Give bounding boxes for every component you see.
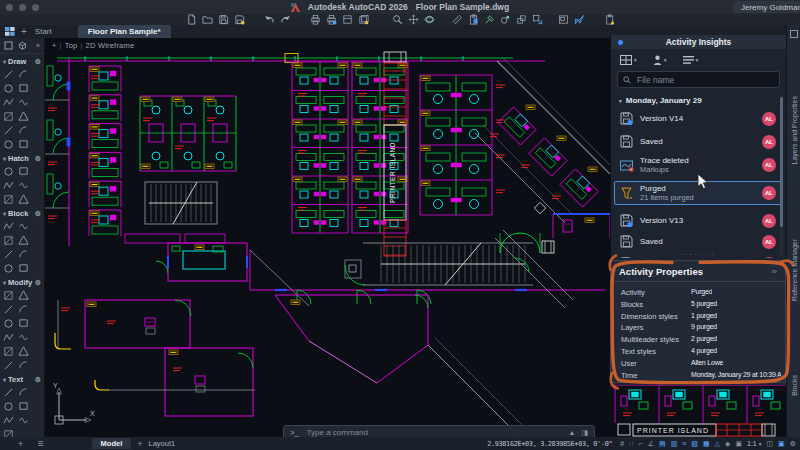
view-grid-dropdown[interactable]: ▾ bbox=[620, 55, 637, 65]
lineweight-toggle-icon[interactable]: ≡ bbox=[682, 439, 686, 448]
palette-tool-icon[interactable] bbox=[2, 110, 15, 122]
palette-tool-icon[interactable] bbox=[2, 331, 15, 343]
palette-section-text[interactable]: ▾Text⚙ bbox=[0, 372, 44, 385]
palette-tool-icon[interactable] bbox=[17, 262, 30, 274]
palette-tool-icon[interactable] bbox=[17, 124, 30, 136]
palette-tool-icon[interactable] bbox=[17, 359, 30, 371]
palette-tool-icon[interactable] bbox=[2, 248, 15, 260]
ortho-toggle-icon[interactable]: ⌐ bbox=[639, 439, 643, 448]
search-input[interactable] bbox=[635, 74, 774, 86]
point-style-icon[interactable] bbox=[500, 14, 511, 25]
side-tab-blocks[interactable]: Blocks bbox=[787, 345, 800, 425]
redo-icon[interactable] bbox=[280, 14, 291, 25]
palette-box-icon[interactable] bbox=[18, 41, 27, 50]
palette-section-block[interactable]: ▾Block⚙ bbox=[0, 206, 44, 219]
palette-tool-icon[interactable] bbox=[17, 331, 30, 343]
otrack-toggle-icon[interactable]: ▥ bbox=[671, 439, 678, 448]
panel-header[interactable]: Activity Insights bbox=[611, 35, 786, 49]
palette-tool-icon[interactable] bbox=[2, 317, 15, 329]
external-reference-icon[interactable] bbox=[532, 14, 543, 25]
clipboard-icon[interactable] bbox=[604, 14, 615, 25]
share-icon[interactable] bbox=[574, 14, 585, 25]
tab-document-active[interactable]: Floor Plan Sample* bbox=[78, 25, 171, 38]
orbit-icon[interactable] bbox=[424, 14, 435, 25]
activity-item-selected[interactable]: Purged21 items purgedAL bbox=[614, 181, 781, 205]
palette-tool-icon[interactable] bbox=[2, 138, 15, 150]
save-icon[interactable] bbox=[218, 14, 229, 25]
viewport-controls[interactable]: +|Top|2D Wireframe bbox=[52, 41, 134, 50]
avatar[interactable]: AL bbox=[762, 186, 776, 200]
avatar[interactable]: AL bbox=[762, 135, 776, 149]
clean-screen-icon[interactable]: ▣ bbox=[778, 439, 785, 448]
save-as-icon[interactable] bbox=[234, 14, 245, 25]
properties-header[interactable]: Activity Properties ›› bbox=[611, 261, 785, 282]
palette-tool-icon[interactable] bbox=[2, 179, 15, 191]
transparency-toggle-icon[interactable]: ▧ bbox=[691, 439, 698, 448]
dynamic-ucs-toggle-icon[interactable]: △ bbox=[715, 439, 720, 448]
user-account-button[interactable]: Jeremy Goldman bbox=[733, 1, 800, 13]
section-collapse-icon[interactable]: ▾ bbox=[3, 279, 6, 286]
palette-section-modify[interactable]: ▾Modify⚙ bbox=[0, 275, 44, 288]
palette-tool-icon[interactable] bbox=[2, 414, 15, 426]
palette-tool-icon[interactable] bbox=[2, 386, 15, 398]
match-properties-icon[interactable] bbox=[484, 14, 495, 25]
snap-toggle-icon[interactable]: ∷ bbox=[629, 439, 633, 448]
palette-tool-icon[interactable] bbox=[17, 234, 30, 246]
undo-icon[interactable] bbox=[264, 14, 275, 25]
palette-section-hatch[interactable]: ▾Hatch⚙ bbox=[0, 151, 44, 164]
palette-tool-icon[interactable] bbox=[17, 289, 30, 301]
viewport-view-control[interactable]: Top bbox=[65, 41, 78, 50]
file-search-field[interactable] bbox=[617, 71, 780, 88]
palette-tool-icon[interactable] bbox=[2, 124, 15, 136]
layout-list-icon[interactable]: ☰ bbox=[37, 440, 43, 448]
palette-tool-icon[interactable] bbox=[17, 110, 30, 122]
tab-start[interactable]: Start bbox=[35, 27, 52, 36]
activity-item[interactable]: SavedAL bbox=[614, 131, 781, 152]
add-layout-button[interactable]: + bbox=[137, 439, 142, 449]
palette-tool-icon[interactable] bbox=[2, 345, 15, 357]
list-filter-dropdown[interactable]: ▾ bbox=[683, 56, 699, 64]
layout1-tab[interactable]: Layout1 bbox=[148, 439, 175, 448]
date-group-header[interactable]: ▾ Monday, January 29 bbox=[611, 92, 787, 109]
new-layout-plus-icon[interactable]: + bbox=[18, 439, 23, 449]
panel-scrollbar-thumb[interactable] bbox=[780, 97, 783, 227]
section-collapse-icon[interactable]: ▾ bbox=[3, 376, 6, 383]
palette-tool-icon[interactable] bbox=[2, 165, 15, 177]
palette-tool-icon[interactable] bbox=[17, 193, 30, 205]
palette-tool-icon[interactable] bbox=[17, 220, 30, 232]
section-gear-icon[interactable]: ⚙ bbox=[35, 58, 41, 66]
selection-cycling-toggle-icon[interactable]: ▦ bbox=[703, 439, 710, 448]
palette-collapse-icon[interactable]: » bbox=[36, 42, 40, 49]
activity-item[interactable]: Version V13AL bbox=[614, 210, 781, 231]
print-icon[interactable] bbox=[310, 14, 321, 25]
palette-tool-icon[interactable] bbox=[2, 220, 15, 232]
avatar[interactable]: AL bbox=[762, 158, 776, 172]
print-preview-icon[interactable] bbox=[326, 14, 337, 25]
customization-gear-icon[interactable]: ⚙ bbox=[790, 439, 796, 448]
palette-tool-icon[interactable] bbox=[2, 82, 15, 94]
section-gear-icon[interactable]: ⚙ bbox=[35, 279, 41, 287]
palette-cube-icon[interactable] bbox=[4, 41, 13, 50]
insert-block-icon[interactable] bbox=[516, 14, 527, 25]
panel-anchor-icon[interactable] bbox=[790, 30, 798, 38]
zoom-window-icon[interactable] bbox=[392, 14, 403, 25]
side-tab-layers-and-properties[interactable]: Layers and Properties bbox=[787, 55, 800, 205]
palette-tool-icon[interactable] bbox=[17, 400, 30, 412]
batch-plot-icon[interactable] bbox=[358, 14, 369, 25]
tab-overview-icon[interactable] bbox=[5, 27, 15, 36]
annotation-scale-control[interactable]: 1:1 ▾ bbox=[747, 440, 761, 447]
palette-tool-icon[interactable] bbox=[17, 96, 30, 108]
palette-tool-icon[interactable] bbox=[17, 414, 30, 426]
palette-tool-icon[interactable] bbox=[17, 317, 30, 329]
palette-tool-icon[interactable] bbox=[17, 68, 30, 80]
section-collapse-icon[interactable]: ▾ bbox=[3, 155, 6, 162]
user-filter-dropdown[interactable]: ▾ bbox=[653, 55, 667, 65]
activity-item[interactable]: SavedAL bbox=[614, 231, 781, 252]
open-file-icon[interactable] bbox=[202, 14, 213, 25]
avatar[interactable]: AL bbox=[762, 214, 776, 228]
activity-item[interactable]: Trace deletedMarkupsAL bbox=[614, 153, 781, 177]
panel-resize-grip[interactable]: ········ bbox=[611, 253, 786, 257]
palette-tool-icon[interactable] bbox=[2, 303, 15, 315]
command-history-icon[interactable]: ▲ bbox=[568, 429, 575, 437]
annotation-toggle-icon[interactable]: ◈ bbox=[725, 439, 730, 448]
